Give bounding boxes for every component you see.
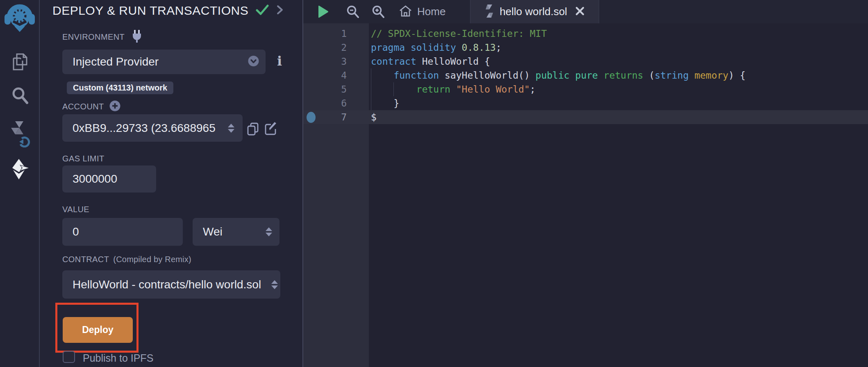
code-line[interactable]: pragma solidity 0.8.13;	[369, 41, 868, 54]
search-icon[interactable]	[0, 87, 40, 105]
line-number[interactable]: 2	[303, 41, 369, 54]
editor-tabbar: Home hello world.sol	[303, 0, 868, 23]
select-spinner-icon	[228, 124, 234, 133]
zoom-out-icon[interactable]	[347, 5, 359, 20]
home-icon	[399, 5, 412, 19]
code-token	[371, 70, 393, 81]
environment-select[interactable]: Injected Provider	[62, 50, 266, 74]
code-token	[450, 84, 456, 95]
code-token: sayHelloWorld()	[439, 70, 535, 81]
code-line[interactable]: return "Hello World";	[369, 82, 868, 96]
account-label: ACCOUNT	[62, 102, 104, 111]
network-badge: Custom (43113) network	[67, 82, 173, 94]
breakpoint-dot-icon[interactable]	[307, 112, 316, 123]
select-spinner-icon	[266, 227, 272, 236]
code-token: function	[393, 70, 439, 81]
code-token: HelloWorld {	[416, 56, 490, 67]
info-icon[interactable]: i	[275, 53, 284, 69]
code-token	[456, 42, 462, 53]
account-value: 0xBB9...29733 (23.6688965	[73, 122, 216, 135]
contract-select[interactable]: HelloWorld - contracts/hello world.sol	[62, 270, 280, 299]
file-explorer-icon[interactable]	[0, 52, 40, 71]
remix-logo-icon[interactable]	[4, 2, 35, 32]
tab-home[interactable]: Home	[391, 0, 454, 23]
code-token	[570, 70, 575, 81]
code-content[interactable]: // SPDX-License-Identifier: MITpragma so…	[369, 23, 868, 367]
chevron-down-circle-icon[interactable]	[248, 56, 259, 68]
code-token: }	[371, 98, 399, 109]
code-area[interactable]: 1234567 // SPDX-License-Identifier: MITp…	[303, 23, 868, 367]
check-icon	[256, 4, 269, 17]
code-token: ;	[496, 42, 502, 53]
publish-ipfs-checkbox[interactable]	[63, 351, 75, 363]
value-label-row: VALUE	[62, 205, 89, 214]
code-token: string	[654, 70, 688, 81]
code-token: public	[536, 70, 570, 81]
panel-title: DEPLOY & RUN TRANSACTIONS	[52, 4, 248, 18]
line-number[interactable]: 5	[303, 82, 369, 96]
tab-home-label: Home	[417, 5, 445, 18]
code-line[interactable]: contract HelloWorld {	[369, 54, 868, 68]
code-token: $	[371, 112, 377, 122]
value-input[interactable]: 0	[62, 218, 183, 246]
solidity-compiler-icon[interactable]	[0, 120, 40, 147]
chevron-right-icon[interactable]	[276, 4, 284, 17]
code-token	[689, 70, 695, 81]
remix-ide: DEPLOY & RUN TRANSACTIONS ENVIRONMENT In…	[0, 0, 868, 367]
gas-limit-label: GAS LIMIT	[62, 154, 105, 163]
zoom-in-icon[interactable]	[372, 5, 384, 20]
editor-gutter: 1234567	[303, 23, 369, 367]
account-select[interactable]: 0xBB9...29733 (23.6688965	[62, 114, 243, 142]
panel-header: DEPLOY & RUN TRANSACTIONS	[52, 0, 284, 21]
value-amount: 0	[73, 225, 79, 238]
line-number[interactable]: 6	[303, 96, 369, 110]
code-token: memory	[694, 70, 728, 81]
code-token	[598, 70, 604, 81]
gas-limit-value: 3000000	[73, 172, 117, 186]
plus-circle-icon[interactable]	[109, 100, 120, 113]
code-token: 0.8.13	[462, 42, 496, 53]
plug-icon	[131, 29, 143, 44]
code-token: ;	[530, 84, 536, 95]
line-number[interactable]: 7	[303, 110, 369, 124]
code-token: "Hello World"	[456, 84, 530, 95]
close-icon[interactable]	[575, 7, 584, 17]
value-unit: Wei	[203, 225, 223, 238]
code-token	[371, 84, 416, 95]
contract-note: (Compiled by Remix)	[113, 255, 191, 264]
code-token: pragma	[371, 42, 405, 53]
value-unit-select[interactable]: Wei	[193, 218, 279, 246]
code-token: solidity	[411, 42, 456, 53]
code-token: (	[643, 70, 655, 81]
environment-label: ENVIRONMENT	[62, 32, 125, 42]
solidity-file-icon	[485, 4, 494, 20]
gas-limit-input[interactable]: 3000000	[62, 165, 156, 193]
tab-hello-world-sol[interactable]: hello world.sol	[470, 0, 599, 23]
account-label-row: ACCOUNT	[62, 100, 120, 113]
deploy-button[interactable]: Deploy	[63, 317, 133, 343]
code-token: // SPDX-License-Identifier: MIT	[371, 28, 547, 39]
edit-icon[interactable]	[265, 122, 278, 137]
select-spinner-icon	[271, 280, 278, 289]
code-line[interactable]: // SPDX-License-Identifier: MIT	[369, 27, 868, 41]
value-label: VALUE	[62, 205, 89, 214]
copy-icon[interactable]	[247, 122, 259, 138]
code-token: return	[416, 84, 450, 95]
line-number[interactable]: 3	[303, 54, 369, 68]
icon-rail	[0, 0, 40, 367]
gas-label-row: GAS LIMIT	[62, 154, 105, 163]
code-token: ) {	[728, 70, 745, 81]
deploy-run-panel: DEPLOY & RUN TRANSACTIONS ENVIRONMENT In…	[40, 0, 303, 367]
publish-ipfs-label[interactable]: Publish to IPFS	[83, 352, 153, 364]
contract-value: HelloWorld - contracts/hello world.sol	[73, 278, 261, 291]
line-number[interactable]: 4	[303, 68, 369, 82]
run-script-icon[interactable]	[317, 5, 329, 20]
environment-value: Injected Provider	[73, 55, 159, 68]
code-line[interactable]: }	[369, 96, 868, 110]
deploy-run-icon[interactable]	[0, 159, 40, 179]
code-line[interactable]: $	[369, 110, 868, 124]
code-line[interactable]: function sayHelloWorld() public pure ret…	[369, 68, 868, 82]
code-token: returns	[604, 70, 643, 81]
line-number[interactable]: 1	[303, 27, 369, 41]
contract-label-row: CONTRACT (Compiled by Remix)	[62, 255, 191, 264]
